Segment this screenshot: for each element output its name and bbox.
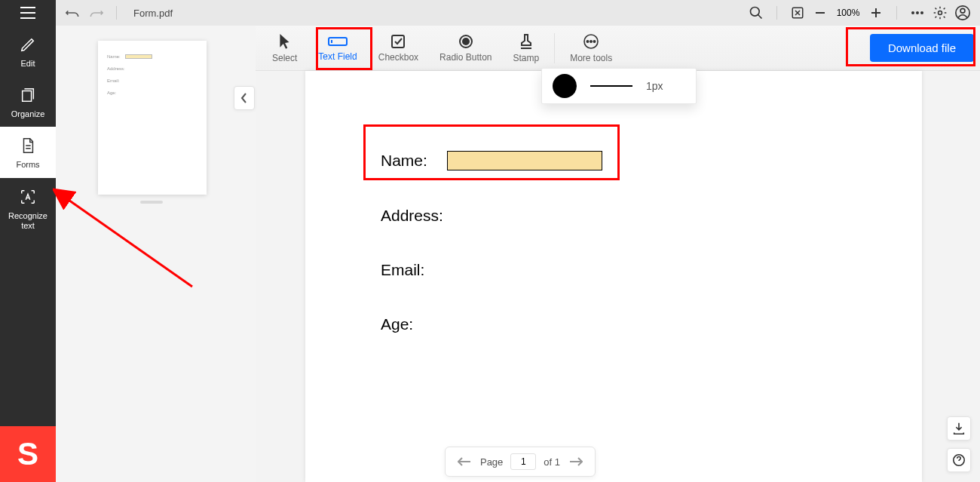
svg-point-4	[916, 11, 919, 14]
dots-icon	[911, 11, 924, 15]
tool-select[interactable]: Select	[262, 28, 308, 69]
svg-rect-0	[23, 91, 32, 102]
download-label: Download file	[888, 41, 956, 54]
radio-icon	[458, 34, 473, 49]
help-icon	[952, 453, 966, 467]
tool-label: Select	[272, 53, 297, 63]
thumbnail-drag-handle[interactable]	[140, 201, 163, 204]
tool-more-tools[interactable]: More tools	[559, 28, 623, 69]
top-header: Form.pdf	[56, 0, 980, 26]
thumb-label: Address:	[107, 66, 125, 71]
checkbox-icon	[390, 34, 406, 49]
page-thumbnail[interactable]: Name: Address: Email: Age:	[98, 41, 207, 195]
sidebar-item-recognize-text[interactable]: Recognize text	[0, 178, 56, 238]
svg-point-8	[960, 8, 965, 13]
undo-icon	[66, 8, 81, 18]
thumb-label: Age:	[107, 91, 116, 95]
sidebar-item-organize[interactable]: Organize	[0, 76, 56, 127]
svg-point-14	[586, 40, 588, 41]
forms-icon	[20, 137, 36, 154]
fit-page-button[interactable]	[786, 2, 809, 24]
form-label: Name:	[381, 152, 427, 170]
pagination-bar: Page of 1	[445, 447, 596, 477]
page-content: Name: Address: Email: Age:	[305, 71, 922, 482]
zoom-input[interactable]	[831, 5, 865, 21]
plus-icon	[871, 8, 881, 18]
zoom-in-button[interactable]	[865, 2, 887, 24]
stroke-preview-line	[590, 85, 632, 87]
svg-point-5	[920, 11, 923, 14]
tool-label: Text Field	[318, 51, 357, 62]
search-button[interactable]	[745, 2, 767, 24]
page-of-label: of 1	[544, 456, 560, 468]
separator	[776, 6, 777, 20]
next-page-button[interactable]	[568, 457, 584, 466]
more-tools-icon	[583, 33, 599, 50]
left-sidebar: Edit Organize Forms Recognize text S	[0, 0, 56, 482]
thumbnails-panel: Name: Address: Email: Age:	[56, 26, 256, 482]
svg-point-16	[593, 40, 595, 41]
sidebar-item-forms[interactable]: Forms	[0, 127, 56, 177]
collapse-thumbnails-button[interactable]	[234, 86, 255, 110]
tool-label: Checkbox	[378, 52, 418, 63]
arrow-right-icon	[569, 457, 583, 466]
account-button[interactable]	[951, 2, 974, 24]
stroke-style-popover[interactable]: 1px	[541, 68, 697, 104]
download-small-button[interactable]	[947, 416, 971, 441]
fit-page-icon	[791, 6, 804, 20]
settings-button[interactable]	[929, 2, 951, 24]
undo-button[interactable]	[62, 2, 84, 24]
tool-label: Radio Button	[439, 52, 492, 63]
pencil-icon	[20, 36, 36, 53]
sidebar-item-label: Edit	[21, 59, 35, 69]
redo-icon	[88, 8, 103, 18]
thumb-label: Email:	[107, 78, 120, 83]
tool-checkbox[interactable]: Checkbox	[368, 28, 429, 69]
svg-point-12	[463, 38, 469, 45]
page-number-input[interactable]	[510, 453, 536, 470]
svg-rect-10	[392, 35, 404, 48]
form-label: Age:	[381, 315, 413, 333]
hamburger-icon	[20, 7, 35, 19]
stamp-icon	[519, 33, 534, 50]
ocr-icon	[20, 189, 36, 205]
form-label: Address:	[381, 207, 443, 225]
app-logo-text: S	[17, 436, 38, 472]
zoom-out-button[interactable]	[809, 2, 831, 24]
svg-point-3	[911, 11, 914, 14]
separator	[896, 6, 897, 20]
prev-page-button[interactable]	[456, 457, 473, 466]
help-button[interactable]	[947, 448, 971, 472]
tool-stamp[interactable]: Stamp	[502, 28, 550, 69]
sidebar-item-edit[interactable]: Edit	[0, 26, 56, 76]
download-icon	[952, 422, 966, 435]
gear-icon	[933, 5, 948, 20]
download-button[interactable]: Download file	[870, 34, 974, 62]
organize-icon	[20, 87, 36, 103]
tool-radio-button[interactable]: Radio Button	[429, 28, 502, 69]
hamburger-menu[interactable]	[0, 0, 56, 26]
stroke-color-swatch[interactable]	[553, 74, 577, 98]
tool-text-field[interactable]: Text Field	[308, 28, 367, 69]
minus-icon	[815, 8, 825, 18]
form-row-name: Name:	[381, 151, 847, 170]
form-row-age: Age:	[381, 315, 847, 333]
sidebar-item-label: Recognize text	[2, 211, 54, 231]
page-label: Page	[480, 456, 503, 468]
svg-point-15	[590, 40, 592, 41]
more-menu-button[interactable]	[906, 2, 929, 24]
thumb-label: Name:	[107, 54, 121, 59]
text-field-widget[interactable]	[447, 151, 602, 170]
thumb-field	[125, 54, 152, 59]
document-page[interactable]: Name: Address: Email: Age:	[305, 71, 922, 482]
chevron-left-icon	[240, 93, 248, 103]
stroke-width-label: 1px	[646, 80, 663, 92]
search-icon	[749, 5, 764, 20]
text-field-icon	[327, 35, 348, 48]
forms-toolstrip: Select Text Field Checkbox Radio Button …	[256, 26, 980, 71]
separator	[554, 33, 555, 63]
form-label: Email:	[381, 261, 424, 279]
user-icon	[954, 5, 971, 21]
tool-label: More tools	[570, 53, 612, 63]
redo-button[interactable]	[84, 2, 107, 24]
